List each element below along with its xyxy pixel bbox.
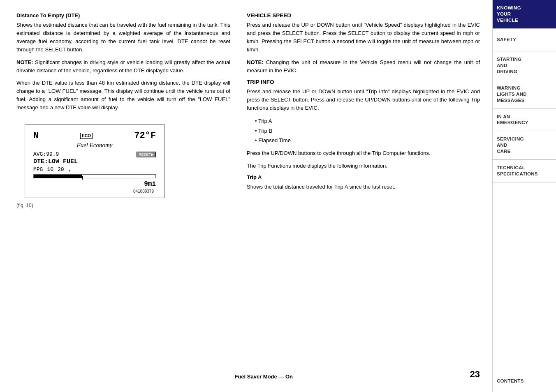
bullet-elapsed-time: Elapsed Time (255, 136, 480, 145)
trip-a-title: Trip A (247, 174, 480, 180)
fig-mpg-row: MPG 10 20 , (33, 166, 156, 173)
trip-p3: The Trip Functions mode displays the fol… (247, 162, 480, 170)
fig-temp: 72°F (134, 131, 156, 141)
fig-bar-track (33, 174, 156, 178)
sidebar: KNOWING YOUR VEHICLE SAFETY STARTING AND… (492, 0, 556, 392)
fig-dash: , (68, 166, 72, 173)
sidebar-item-knowing-your-vehicle[interactable]: KNOWING YOUR VEHICLE (493, 0, 556, 29)
note-1-bold: NOTE: (16, 59, 33, 65)
sidebar-item-warning-lights-and-messages[interactable]: WARNING LIGHTS AND MESSAGES (493, 80, 556, 109)
vehicle-speed-p1: Press and release the UP or DOWN button … (247, 21, 480, 54)
sidebar-item-servicing-and-care[interactable]: SERVICING AND CARE (493, 131, 556, 160)
note-1-text: Significant changes in driving style or … (16, 59, 230, 74)
sidebar-item-starting-and-driving[interactable]: STARTING AND DRIVING (493, 51, 556, 80)
bullet-trip-b: Trip B (255, 126, 480, 136)
note-2-bold: NOTE: (247, 59, 263, 65)
footer: Fuel Saver Mode — On 23 (16, 367, 480, 380)
fig-avg-row: AVG:99.9 RESET▶ (33, 151, 156, 157)
fig-n: N (33, 131, 39, 141)
fig-avg: AVG:99.9 (33, 151, 59, 157)
fig-label: Fuel Economy (33, 142, 156, 149)
dte-title: Distance To Empty (DTE) (16, 12, 230, 18)
right-column: VEHICLE SPEED Press and release the UP o… (247, 12, 480, 363)
fig-bar-marker (82, 176, 83, 180)
fig-mpg-label: MPG (33, 166, 43, 173)
sidebar-item-safety[interactable]: SAFETY (493, 29, 556, 51)
trip-a-p1: Shows the total distance traveled for Tr… (247, 183, 480, 191)
fig-bar-container (33, 174, 156, 178)
note-1: NOTE: Significant changes in driving sty… (16, 58, 230, 75)
fig-bar-fill (34, 175, 82, 178)
fig-val2: 20 (58, 166, 64, 173)
sidebar-item-contents[interactable]: CONTENTS (493, 369, 556, 392)
trip-info-p1: Press and release the UP or DOWN button … (247, 88, 480, 112)
fig-dte: DTE:LOW FUEL (33, 158, 156, 165)
fig-reset-btn: RESET▶ (137, 152, 156, 157)
left-column: Distance To Empty (DTE) Shows the estima… (16, 12, 230, 363)
trip-bullet-list: Trip A Trip B Elapsed Time (255, 116, 480, 145)
note-2: NOTE: Changing the unit of measure in th… (247, 58, 480, 75)
fig-miles: 9mi (33, 180, 156, 188)
bullet-trip-a: Trip A (255, 116, 480, 126)
fig-caption-row: 041009379 (33, 189, 156, 194)
figure-box: N ECO 72°F Fuel Economy AVG:99.9 RESET▶ … (25, 124, 164, 198)
note-2-text: Changing the unit of measure in the Vehi… (247, 59, 480, 74)
dte-paragraph-2: When the DTE value is less than 48 km es… (16, 79, 230, 112)
fig-val1: 10 (47, 166, 53, 173)
fig-top-row: N ECO 72°F (33, 131, 156, 141)
main-content: Distance To Empty (DTE) Shows the estima… (0, 0, 492, 392)
fig-number: 041009379 (133, 189, 154, 194)
sidebar-item-technical-specifications[interactable]: TECHNICAL SPECIFICATIONS (493, 160, 556, 182)
sidebar-item-in-an-emergency[interactable]: IN AN EMERGENCY (493, 108, 556, 131)
page-number: 23 (470, 369, 480, 380)
sidebar-spacer (493, 182, 556, 369)
trip-p2: Press the UP/DOWN buttons to cycle throu… (247, 149, 480, 157)
dte-paragraph-1: Shows the estimated distance that can be… (16, 21, 230, 54)
fig-eco-badge: ECO (80, 133, 93, 139)
fig-caption: (fig. 10) (16, 203, 33, 208)
trip-info-title: TRIP INFO (247, 79, 480, 85)
vehicle-speed-title: VEHICLE SPEED (247, 12, 480, 18)
footer-label: Fuel Saver Mode — On (58, 374, 470, 380)
